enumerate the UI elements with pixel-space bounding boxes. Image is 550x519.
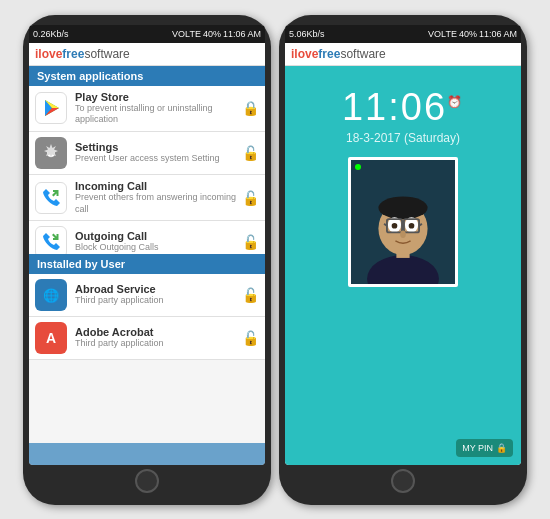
face-dot	[355, 164, 361, 170]
left-time: 11:06 AM	[223, 29, 261, 39]
bottom-hint-bar	[29, 443, 265, 465]
outgoing-icon	[35, 226, 67, 254]
adobe-icon: A	[35, 322, 67, 354]
settings-icon	[35, 137, 67, 169]
abroad-text: Abroad Service Third party application	[75, 283, 238, 307]
section-system-label: System applications	[37, 70, 143, 82]
playstore-lock[interactable]: 🔒	[242, 100, 259, 116]
left-phone: 0.26Kb/s VOLTE 40% 11:06 AM ilovefreesof…	[23, 15, 271, 505]
right-phone: 5.06Kb/s VOLTE 40% 11:06 AM ilovefreesof…	[279, 15, 527, 505]
incoming-text: Incoming Call Prevent others from answer…	[75, 180, 238, 215]
clock-alarm-icon: ⏰	[447, 95, 464, 109]
settings-name: Settings	[75, 141, 238, 153]
lockscreen: 11:06⏰ 18-3-2017 (Saturday)	[285, 66, 521, 465]
right-phone-screen: 5.06Kb/s VOLTE 40% 11:06 AM ilovefreesof…	[285, 25, 521, 465]
abroad-name: Abroad Service	[75, 283, 238, 295]
right-speed: 5.06Kb/s	[289, 29, 325, 39]
playstore-icon	[35, 92, 67, 124]
adobe-text: Adobe Acrobat Third party application	[75, 326, 238, 350]
app-item-incoming[interactable]: Incoming Call Prevent others from answer…	[29, 175, 265, 221]
mypin-lock-icon: 🔒	[496, 443, 507, 453]
right-brand-ilove: ilove	[291, 47, 318, 61]
left-network: VOLTE	[172, 29, 201, 39]
section-system-header: System applications	[29, 66, 265, 86]
left-status-bar: 0.26Kb/s VOLTE 40% 11:06 AM	[29, 25, 265, 43]
right-status-left: 5.06Kb/s	[289, 29, 325, 39]
phones-container: 0.26Kb/s VOLTE 40% 11:06 AM ilovefreesof…	[13, 5, 537, 515]
outgoing-name: Outgoing Call	[75, 230, 238, 242]
adobe-name: Adobe Acrobat	[75, 326, 238, 338]
playstore-text: Play Store To prevent installing or unin…	[75, 91, 238, 126]
app-item-settings[interactable]: Settings Prevent User access system Sett…	[29, 132, 265, 175]
incoming-name: Incoming Call	[75, 180, 238, 192]
adobe-desc: Third party application	[75, 338, 238, 350]
face-image	[351, 160, 455, 284]
incoming-desc: Prevent others from answering incoming c…	[75, 192, 238, 215]
section-user-label: Installed by User	[37, 258, 125, 270]
left-phone-screen: 0.26Kb/s VOLTE 40% 11:06 AM ilovefreesof…	[29, 25, 265, 465]
right-home-button[interactable]	[391, 469, 415, 493]
app-item-playstore[interactable]: Play Store To prevent installing or unin…	[29, 86, 265, 132]
brand-software: software	[84, 47, 129, 61]
abroad-icon: 🌐	[35, 279, 67, 311]
app-item-outgoing[interactable]: Outgoing Call Block Outgoing Calls 🔓	[29, 221, 265, 254]
clock-date: 18-3-2017 (Saturday)	[342, 131, 464, 145]
outgoing-desc: Block Outgoing Calls	[75, 242, 238, 254]
left-brand-header: ilovefreesoftware	[29, 43, 265, 66]
adobe-lock[interactable]: 🔓	[242, 330, 259, 346]
left-battery: 40%	[203, 29, 221, 39]
svg-point-25	[400, 230, 406, 238]
svg-point-15	[378, 196, 427, 219]
app-item-adobe[interactable]: A Adobe Acrobat Third party application …	[29, 317, 265, 360]
app-list-user: 🌐 Abroad Service Third party application…	[29, 274, 265, 443]
section-user-header: Installed by User	[29, 254, 265, 274]
right-battery: 40%	[459, 29, 477, 39]
clock-display: 11:06⏰ 18-3-2017 (Saturday)	[342, 86, 464, 145]
left-phone-bottom	[29, 465, 265, 495]
incoming-lock[interactable]: 🔓	[242, 190, 259, 206]
abroad-desc: Third party application	[75, 295, 238, 307]
svg-text:🌐: 🌐	[43, 287, 60, 304]
svg-text:A: A	[46, 330, 56, 346]
right-phone-bottom	[285, 465, 521, 495]
right-network: VOLTE	[428, 29, 457, 39]
clock-time-value: 11:06	[342, 86, 447, 128]
right-brand-header: ilovefreesoftware	[285, 43, 521, 66]
playstore-name: Play Store	[75, 91, 238, 103]
settings-desc: Prevent User access system Setting	[75, 153, 238, 165]
right-time: 11:06 AM	[479, 29, 517, 39]
right-status-right: VOLTE 40% 11:06 AM	[428, 29, 517, 39]
left-home-button[interactable]	[135, 469, 159, 493]
right-brand-free: free	[318, 47, 340, 61]
face-frame	[348, 157, 458, 287]
playstore-desc: To prevent installing or uninstalling ap…	[75, 103, 238, 126]
brand-free: free	[62, 47, 84, 61]
right-brand-software: software	[340, 47, 385, 61]
mypin-label: MY PIN	[462, 443, 493, 453]
svg-point-23	[392, 222, 398, 228]
incoming-icon	[35, 182, 67, 214]
svg-point-24	[409, 222, 415, 228]
left-speed: 0.26Kb/s	[33, 29, 69, 39]
abroad-lock[interactable]: 🔓	[242, 287, 259, 303]
right-status-bar: 5.06Kb/s VOLTE 40% 11:06 AM	[285, 25, 521, 43]
outgoing-lock[interactable]: 🔓	[242, 234, 259, 250]
settings-text: Settings Prevent User access system Sett…	[75, 141, 238, 165]
brand-ilove: ilove	[35, 47, 62, 61]
settings-lock[interactable]: 🔓	[242, 145, 259, 161]
left-status-left: 0.26Kb/s	[33, 29, 69, 39]
left-status-right: VOLTE 40% 11:06 AM	[172, 29, 261, 39]
app-list-system: Play Store To prevent installing or unin…	[29, 86, 265, 255]
mypin-button[interactable]: MY PIN 🔒	[456, 439, 513, 457]
clock-time: 11:06⏰	[342, 86, 464, 129]
outgoing-text: Outgoing Call Block Outgoing Calls	[75, 230, 238, 254]
app-item-abroad[interactable]: 🌐 Abroad Service Third party application…	[29, 274, 265, 317]
